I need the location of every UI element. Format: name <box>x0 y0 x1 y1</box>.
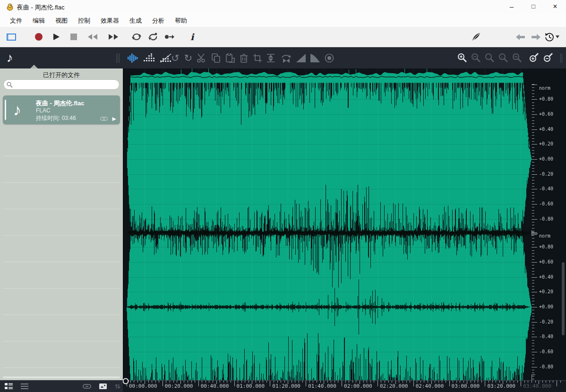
link-files-icon[interactable] <box>83 384 91 389</box>
fade-in-icon[interactable] <box>296 54 306 62</box>
toolbar-drag-handle[interactable] <box>560 53 562 63</box>
link-icon <box>100 117 108 121</box>
axis-label-ch2: -0.40 <box>539 334 553 339</box>
ruler-label: 02:40.000 <box>416 383 444 389</box>
ruler-label: 01:40.000 <box>308 383 336 389</box>
waveform-channel-right[interactable] <box>127 234 532 380</box>
ruler-label: 01:00.000 <box>237 383 265 389</box>
history-dropdown-icon[interactable] <box>556 35 559 38</box>
menu-view[interactable]: 视图 <box>50 15 73 27</box>
nav-forward-icon[interactable] <box>532 34 540 40</box>
ruler-label: 02:00.000 <box>344 383 372 389</box>
search-input[interactable] <box>13 81 112 88</box>
axis-label-ch2: +0.20 <box>539 289 553 294</box>
file-play-icon[interactable]: ▶ <box>112 116 116 122</box>
panel-splitter-handle[interactable] <box>116 53 120 63</box>
menu-effects[interactable]: 效果器 <box>95 15 124 27</box>
list-separator <box>3 209 120 209</box>
zoom-out-icon[interactable] <box>471 53 481 63</box>
record-button[interactable] <box>35 33 43 41</box>
zoom-fit-icon[interactable] <box>512 53 522 63</box>
axis-label-ch1: norm <box>539 85 550 91</box>
svg-text:1: 1 <box>501 55 503 59</box>
zoom-selection-icon[interactable] <box>485 53 495 63</box>
loop-selection-icon[interactable] <box>148 33 158 41</box>
paste-icon[interactable] <box>225 53 235 63</box>
axis-label-ch1: -0.40 <box>539 186 553 191</box>
pen-edit-icon[interactable] <box>472 32 481 42</box>
vertical-zoom-in-icon[interactable] <box>529 53 539 63</box>
menu-analyze[interactable]: 分析 <box>147 15 170 27</box>
axis-label-ch1: -0.60 <box>539 201 553 206</box>
list-separator <box>3 315 120 315</box>
stop-button[interactable] <box>70 34 77 40</box>
trim-icon[interactable] <box>253 53 262 63</box>
axis-label-ch2: -0.20 <box>539 319 553 324</box>
loudness-icon[interactable] <box>325 53 334 63</box>
zoom-one-to-one-icon[interactable]: 1 <box>498 53 508 63</box>
fade-out-icon[interactable] <box>310 54 320 62</box>
window-title: 夜曲 - 周杰伦.flac <box>17 3 64 12</box>
list-separator <box>3 262 120 262</box>
zoom-in-icon[interactable] <box>457 53 467 63</box>
nav-back-icon[interactable] <box>516 34 525 40</box>
detailed-list-view-icon[interactable] <box>5 383 13 389</box>
transport-toolbar: i 48 kHz stereo -0000:00:00.000 <box>0 27 566 47</box>
list-separator <box>3 156 120 156</box>
loop-playback-icon[interactable] <box>131 33 142 41</box>
music-note-icon: ♪ <box>13 99 21 120</box>
maximize-button[interactable]: □ <box>523 0 544 14</box>
axis-label-ch1: +0.00 <box>539 156 553 162</box>
menu-help[interactable]: 帮助 <box>170 15 192 27</box>
ruler-label: 00:40.000 <box>201 383 229 389</box>
axis-label-ch2: -0.80 <box>539 364 553 369</box>
fast-forward-button[interactable] <box>108 34 119 40</box>
reverse-icon[interactable] <box>280 53 292 63</box>
adjust-gain-icon[interactable] <box>266 53 275 63</box>
redo-icon[interactable]: ↻ <box>184 53 193 63</box>
history-icon[interactable] <box>544 32 554 42</box>
file-duration: 持续时间: 03:46 <box>36 114 76 122</box>
axis-label-ch2: -0.60 <box>539 349 553 354</box>
sidebar-scrollbar[interactable] <box>3 376 120 378</box>
copy-icon[interactable] <box>211 53 221 63</box>
menu-edit[interactable]: 编辑 <box>27 15 50 27</box>
rewind-button[interactable] <box>87 34 98 40</box>
list-separator <box>3 288 120 289</box>
play-button[interactable] <box>53 33 60 41</box>
selection-tool-icon[interactable] <box>7 34 16 41</box>
waveform-editor: norm+0.80+0.60+0.40+0.20+0.00-0.20-0.40-… <box>123 68 566 392</box>
menu-file[interactable]: 文件 <box>5 15 27 27</box>
info-icon[interactable]: i <box>190 32 194 42</box>
waveform-channel-left[interactable] <box>127 68 532 234</box>
preview-thumbnail-icon[interactable] <box>99 383 107 389</box>
edit-toolbar: ♪ ↺ ↻ <box>0 47 566 68</box>
menu-control[interactable]: 控制 <box>73 15 95 27</box>
delete-icon[interactable] <box>240 53 248 63</box>
view-spectrogram-icon[interactable] <box>143 53 154 63</box>
compact-list-view-icon[interactable] <box>21 383 28 389</box>
sort-files-icon[interactable] <box>115 383 120 389</box>
file-list-item[interactable]: ♪ 夜曲 - 周杰伦.flac FLAC 持续时间: 03:46 ▶ <box>3 95 120 124</box>
play-from-cursor-icon[interactable] <box>164 34 175 40</box>
menu-bar: 文件 编辑 视图 控制 效果器 生成 分析 帮助 <box>0 14 566 27</box>
axis-label-ch1: -0.80 <box>539 216 553 222</box>
opened-files-panel: 已打开的文件 ♪ 夜曲 - 周杰伦.flac FLAC 持续时间: 03:46 … <box>0 68 123 380</box>
menu-generate[interactable]: 生成 <box>124 15 147 27</box>
cut-icon[interactable] <box>197 53 206 63</box>
list-separator <box>3 367 120 368</box>
axis-label-ch2: norm <box>539 233 550 239</box>
vertical-zoom-out-icon[interactable] <box>543 53 553 63</box>
list-separator <box>3 235 120 236</box>
ruler-label: 03:20.000 <box>487 383 515 389</box>
vertical-scrollbar[interactable] <box>562 262 565 335</box>
view-waveform-icon[interactable] <box>128 53 138 63</box>
file-search-box[interactable] <box>3 79 120 90</box>
view-combined-icon[interactable] <box>160 53 172 63</box>
close-button[interactable]: × <box>544 0 566 14</box>
undo-icon[interactable]: ↺ <box>171 53 180 63</box>
axis-label-ch1: -0.20 <box>539 171 553 177</box>
list-separator <box>3 341 120 341</box>
minimize-button[interactable]: – <box>501 0 523 14</box>
ocenaudio-window: 夜曲 - 周杰伦.flac – □ × 文件 编辑 视图 控制 效果器 生成 分… <box>0 0 566 392</box>
